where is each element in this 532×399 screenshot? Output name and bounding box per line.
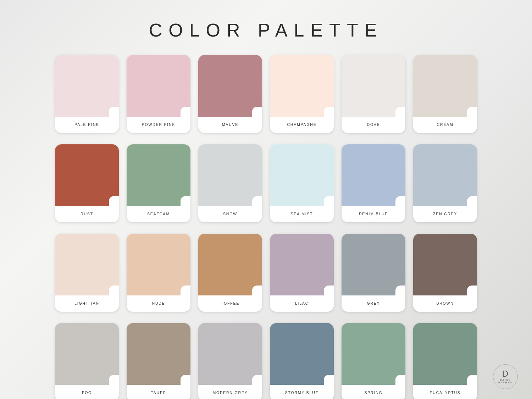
swatch-color-spring: [342, 323, 405, 385]
swatch-denim-blue[interactable]: DENIM BLUE: [342, 144, 405, 222]
swatch-label-mauve: MAUVE: [198, 117, 262, 133]
swatch-zen-grey[interactable]: ZEN GREY: [413, 144, 477, 222]
swatch-toffee[interactable]: TOFFEE: [198, 234, 262, 312]
swatch-rust[interactable]: RUST: [55, 144, 119, 222]
swatch-label-denim-blue: DENIM BLUE: [342, 206, 405, 222]
swatch-eucalyptus[interactable]: EUCALYPTUS: [413, 323, 477, 399]
swatch-color-nude: [127, 234, 190, 295]
swatch-label-spring: SPRING: [342, 385, 405, 399]
swatch-nude[interactable]: NUDE: [127, 234, 190, 312]
logo-text: DAISY PAPERS: [493, 379, 517, 384]
swatch-seafoam[interactable]: SEAFOAM: [127, 144, 190, 222]
swatch-label-modern-grey: MODERN GREY: [198, 385, 262, 399]
swatch-label-toffee: TOFFEE: [198, 295, 262, 312]
swatch-color-zen-grey: [413, 144, 477, 206]
swatch-label-sea-mist: SEA MIST: [270, 206, 334, 222]
swatch-color-seafoam: [127, 144, 190, 206]
logo-letter: D: [493, 370, 517, 378]
swatch-color-grey: [342, 234, 405, 295]
swatch-label-taupe: TAUPE: [127, 385, 190, 399]
swatch-label-champagne: CHAMPAGNE: [270, 117, 334, 133]
swatch-pale-pink[interactable]: PALE PINK: [55, 55, 119, 133]
swatch-color-eucalyptus: [413, 323, 477, 385]
swatch-color-toffee: [198, 234, 262, 295]
swatch-powder-pink[interactable]: POWDER PINK: [127, 55, 190, 133]
swatch-grey[interactable]: GREY: [342, 234, 405, 312]
swatch-color-brown: [413, 234, 477, 295]
swatch-label-stormy-blue: STORMY BLUE: [270, 385, 334, 399]
swatch-label-cream: CREAM: [413, 117, 477, 133]
swatch-light-tan[interactable]: LIGHT TAN: [55, 234, 119, 312]
swatch-dove[interactable]: DOVE: [342, 55, 405, 133]
swatch-label-nude: NUDE: [127, 295, 190, 312]
swatch-color-snow: [198, 144, 262, 206]
swatch-label-fog: FOG: [55, 385, 119, 399]
swatch-color-champagne: [270, 55, 334, 117]
swatch-sea-mist[interactable]: SEA MIST: [270, 144, 334, 222]
color-grid: PALE PINKPOWDER PINKMAUVECHAMPAGNEDOVECR…: [55, 55, 477, 399]
swatch-mauve[interactable]: MAUVE: [198, 55, 262, 133]
swatch-label-zen-grey: ZEN GREY: [413, 206, 477, 222]
swatch-fog[interactable]: FOG: [55, 323, 119, 399]
swatch-label-snow: SNOW: [198, 206, 262, 222]
swatch-spring[interactable]: SPRING: [342, 323, 405, 399]
swatch-label-rust: RUST: [55, 206, 119, 222]
swatch-color-powder-pink: [127, 55, 190, 117]
swatch-cream[interactable]: CREAM: [413, 55, 477, 133]
swatch-stormy-blue[interactable]: STORMY BLUE: [270, 323, 334, 399]
swatch-color-lilac: [270, 234, 334, 295]
swatch-color-stormy-blue: [270, 323, 334, 385]
page-title: COLOR PALETTE: [149, 20, 383, 41]
swatch-color-dove: [342, 55, 405, 117]
swatch-color-light-tan: [55, 234, 119, 295]
swatch-label-seafoam: SEAFOAM: [127, 206, 190, 222]
swatch-snow[interactable]: SNOW: [198, 144, 262, 222]
swatch-color-rust: [55, 144, 119, 206]
swatch-color-pale-pink: [55, 55, 119, 117]
swatch-color-mauve: [198, 55, 262, 117]
logo: D DAISY PAPERS: [493, 364, 518, 389]
swatch-label-powder-pink: POWDER PINK: [127, 117, 190, 133]
swatch-taupe[interactable]: TAUPE: [127, 323, 190, 399]
swatch-color-cream: [413, 55, 477, 117]
swatch-label-eucalyptus: EUCALYPTUS: [413, 385, 477, 399]
swatch-modern-grey[interactable]: MODERN GREY: [198, 323, 262, 399]
swatch-color-taupe: [127, 323, 190, 385]
swatch-color-denim-blue: [342, 144, 405, 206]
swatch-label-dove: DOVE: [342, 117, 405, 133]
swatch-color-sea-mist: [270, 144, 334, 206]
swatch-label-brown: BROWN: [413, 295, 477, 312]
swatch-label-lilac: LILAC: [270, 295, 334, 312]
swatch-color-modern-grey: [198, 323, 262, 385]
swatch-champagne[interactable]: CHAMPAGNE: [270, 55, 334, 133]
swatch-label-pale-pink: PALE PINK: [55, 117, 119, 133]
swatch-brown[interactable]: BROWN: [413, 234, 477, 312]
swatch-lilac[interactable]: LILAC: [270, 234, 334, 312]
swatch-label-grey: GREY: [342, 295, 405, 312]
swatch-color-fog: [55, 323, 119, 385]
swatch-label-light-tan: LIGHT TAN: [55, 295, 119, 312]
